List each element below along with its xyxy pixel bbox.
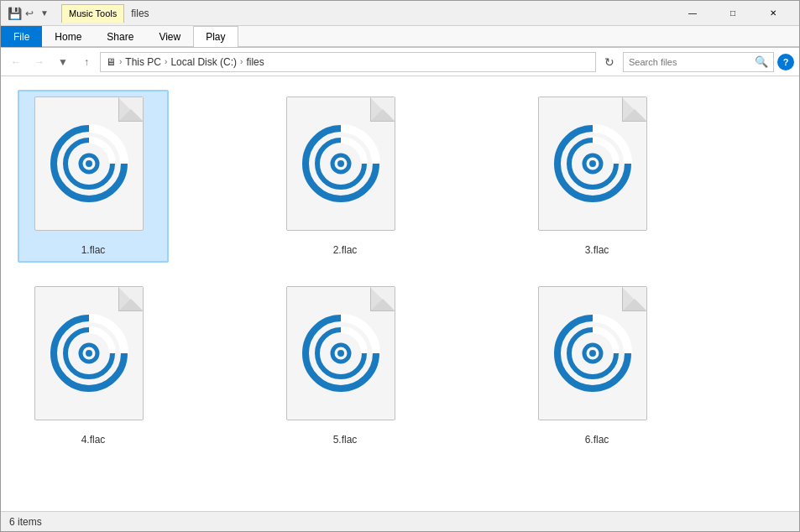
back-button[interactable]: ← [6,52,26,72]
file-label: 1.flac [81,244,106,256]
path-icon: 🖥 [106,56,116,68]
close-button[interactable]: ✕ [754,1,792,26]
window-title: files [131,8,149,19]
dropdown-recent-button[interactable]: ▼ [53,52,73,72]
disc-icon [551,311,635,395]
help-button[interactable]: ? [777,54,794,70]
up-button[interactable]: ↑ [76,52,97,72]
file-icon-container [34,286,152,429]
file-grid: 1.flac [18,90,782,452]
paper-icon [286,96,395,231]
paper-icon [34,286,144,420]
path-separator-1: › [119,57,122,66]
tab-play[interactable]: Play [193,26,238,47]
svg-point-15 [86,350,92,357]
svg-point-3 [86,160,92,167]
file-item-1[interactable]: 1.flac [18,90,169,263]
address-path[interactable]: 🖥 › This PC › Local Disk (C:) › files [100,52,596,72]
paper-icon [34,96,144,231]
file-icon-container [538,286,656,429]
tab-file[interactable]: File [1,26,42,47]
status-bar: 6 items [1,511,799,531]
window-controls: — □ ✕ [673,1,792,26]
paper-fold [623,97,646,121]
paper-fold [623,287,646,310]
svg-point-11 [589,160,596,167]
file-item-3[interactable]: 3.flac [521,90,672,263]
address-bar: ← → ▼ ↑ 🖥 › This PC › Local Disk (C:) › … [1,48,799,76]
file-label: 3.flac [585,244,609,256]
svg-point-19 [337,350,344,357]
path-files: files [246,56,264,68]
file-icon-container [286,96,404,239]
paper-icon [538,96,647,231]
path-thispc: This PC [125,56,161,68]
path-separator-2: › [165,57,167,66]
svg-point-23 [589,350,596,357]
main-content: 1.flac [1,76,799,511]
disc-icon [47,122,131,206]
file-item-2[interactable]: 2.flac [269,90,421,263]
maximize-button[interactable]: □ [714,1,752,26]
file-label: 4.flac [81,434,106,446]
file-icon-container [34,96,152,239]
tab-home[interactable]: Home [42,26,94,47]
down-arrow-icon[interactable]: ▼ [38,7,51,20]
item-count: 6 items [9,516,42,528]
file-item-4[interactable]: 4.flac [18,279,169,452]
path-localdisk: Local Disk (C:) [170,56,237,68]
paper-fold [119,97,143,121]
file-area: 1.flac [1,76,799,511]
minimize-button[interactable]: — [673,1,712,26]
disc-icon [299,122,383,206]
save-icon[interactable]: 💾 [8,7,21,20]
search-icon: 🔍 [755,55,768,68]
file-icon-container [286,286,404,429]
file-label: 5.flac [333,434,358,446]
search-input[interactable] [629,57,751,67]
file-icon-container [538,96,656,239]
ribbon: File Home Share View Play [1,26,799,48]
paper-fold [371,287,395,310]
file-label: 2.flac [333,244,358,256]
refresh-button[interactable]: ↻ [599,52,620,72]
tab-share[interactable]: Share [94,26,146,47]
disc-icon [551,122,635,206]
svg-point-7 [337,160,344,167]
undo-icon[interactable]: ↩ [23,7,36,20]
music-tools-tab: Music Tools [61,4,124,23]
paper-icon [286,286,395,420]
paper-fold [119,287,143,310]
file-item-6[interactable]: 6.flac [521,279,672,452]
title-bar: 💾 ↩ ▼ Music Tools files — □ ✕ [1,1,799,26]
path-separator-3: › [240,57,243,66]
disc-icon [299,311,383,395]
disc-icon [47,311,131,395]
paper-icon [538,286,647,420]
file-label: 6.flac [585,434,609,446]
paper-fold [371,97,395,121]
search-box[interactable]: 🔍 [623,52,774,72]
tab-view[interactable]: View [146,26,193,47]
ribbon-tabs: File Home Share View Play [1,26,799,47]
quick-access-icons: 💾 ↩ ▼ [8,7,51,20]
forward-button[interactable]: → [29,52,50,72]
file-item-5[interactable]: 5.flac [269,279,421,452]
